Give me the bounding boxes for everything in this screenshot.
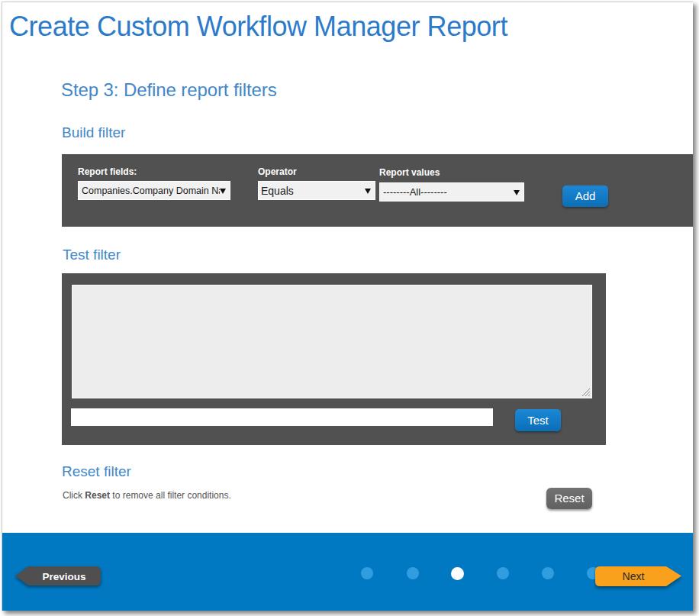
svg-text:Previous: Previous [42, 571, 85, 582]
svg-text:Next: Next [623, 570, 645, 582]
